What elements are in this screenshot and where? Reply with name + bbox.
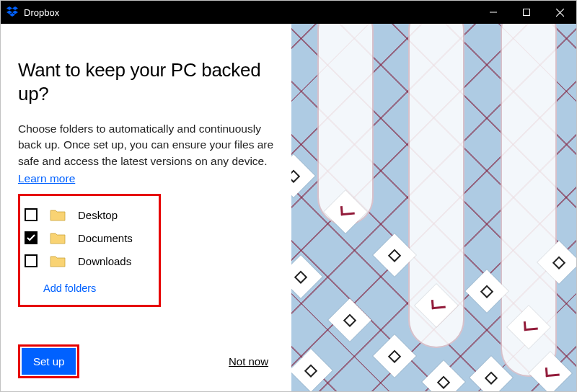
folder-label: Desktop (78, 209, 118, 221)
page-title: Want to keep your PC backed up? (18, 58, 274, 105)
checkbox-documents[interactable] (25, 231, 38, 244)
illustration-pane (291, 24, 576, 391)
folder-row-documents[interactable]: Documents (25, 226, 149, 249)
close-button[interactable] (543, 1, 576, 24)
folder-label: Downloads (78, 255, 131, 267)
dropbox-icon (6, 6, 18, 19)
setup-button[interactable]: Set up (22, 348, 76, 375)
check-icon (27, 234, 35, 241)
svg-marker-0 (6, 6, 12, 10)
checkbox-downloads[interactable] (25, 254, 38, 267)
window-controls (477, 1, 576, 24)
left-pane: Want to keep your PC backed up? Choose f… (1, 24, 291, 391)
maximize-button[interactable] (510, 1, 543, 24)
decorative-pattern (291, 24, 576, 391)
learn-more-link[interactable]: Learn more (18, 172, 75, 185)
add-folders-link[interactable]: Add folders (25, 272, 96, 294)
folder-icon (49, 254, 66, 267)
titlebar-left: Dropbox (6, 6, 59, 19)
svg-marker-3 (12, 10, 18, 14)
not-now-link[interactable]: Not now (229, 355, 268, 368)
folder-icon (49, 208, 66, 221)
checkbox-desktop[interactable] (25, 208, 38, 221)
description-text: Choose folders to automatically and cont… (18, 121, 274, 169)
folder-row-desktop[interactable]: Desktop (25, 203, 149, 226)
folder-row-downloads[interactable]: Downloads (25, 249, 149, 272)
folder-selection-box: Desktop Documents Downloads Add folders (18, 194, 161, 307)
minimize-button[interactable] (477, 1, 510, 24)
titlebar: Dropbox (1, 1, 576, 24)
svg-rect-6 (524, 9, 530, 16)
app-title: Dropbox (24, 7, 59, 18)
setup-button-highlight: Set up (18, 344, 79, 378)
bottom-action-row: Set up Not now (18, 344, 274, 378)
svg-marker-1 (12, 6, 18, 10)
folder-icon (49, 231, 66, 244)
content: Want to keep your PC backed up? Choose f… (1, 24, 576, 391)
folder-label: Documents (78, 232, 133, 244)
